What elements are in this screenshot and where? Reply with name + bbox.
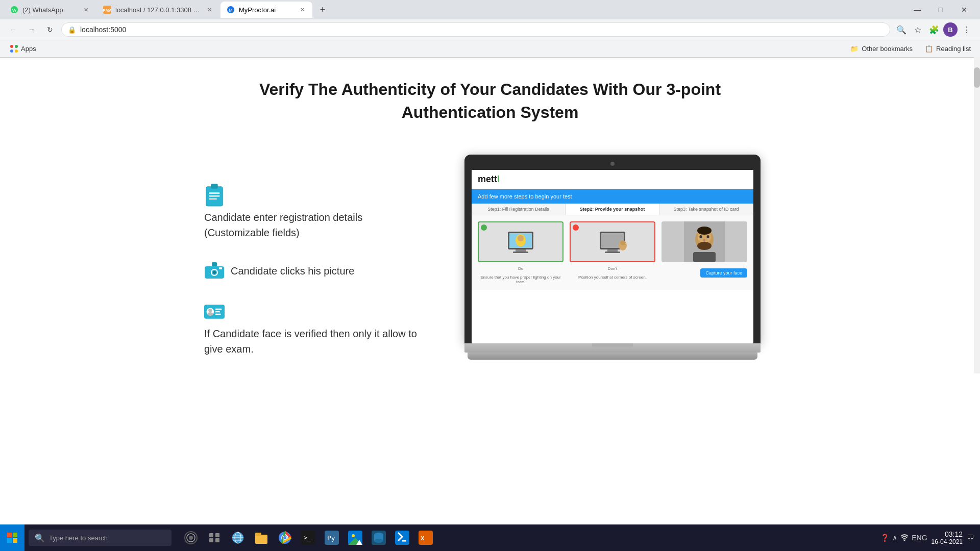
tab-localhost-close[interactable]: ✕ <box>205 6 213 14</box>
svg-rect-27 <box>513 252 528 253</box>
minimize-button[interactable]: — <box>905 0 929 19</box>
laptop-base-center <box>592 343 633 347</box>
laptop-mockup: mettl Add few more steps to begin your t… <box>449 155 776 360</box>
bookmarks-right: 📁 Other bookmarks 📋 Reading list <box>847 43 974 54</box>
whatsapp-icon: W <box>10 6 18 14</box>
menu-button[interactable]: ⋮ <box>960 22 974 37</box>
svg-rect-26 <box>516 249 526 252</box>
reload-button[interactable]: ↻ <box>43 22 57 37</box>
tab-whatsapp-close[interactable]: ✕ <box>82 6 90 14</box>
myproctor-icon: M <box>227 6 235 14</box>
mettl-body: Do Ensure that you have proper lighting … <box>472 215 753 290</box>
search-icon-button[interactable]: 🔍 <box>894 22 909 37</box>
laptop-foot <box>468 353 757 360</box>
svg-point-29 <box>518 235 524 241</box>
svg-rect-22 <box>215 311 220 312</box>
svg-rect-23 <box>215 313 221 314</box>
svg-point-42 <box>707 235 709 238</box>
svg-rect-8 <box>209 192 220 193</box>
apps-label: Apps <box>21 45 36 53</box>
svg-point-39 <box>697 242 712 250</box>
bookmark-icon-button[interactable]: ☆ <box>911 22 925 37</box>
laptop-base <box>464 343 761 353</box>
camera-icon <box>204 261 225 281</box>
pma-icon: PMA <box>103 6 111 14</box>
feature-picture: Candidate clicks his picture <box>204 261 419 281</box>
browser-chrome: W (2) WhatsApp ✕ PMA localhost / 127.0.0… <box>0 0 980 58</box>
bad-indicator <box>573 224 579 231</box>
tab-myproctor-label: MyProctor.ai <box>239 6 294 14</box>
mettl-bad-tip: Position yourself at corners of screen. <box>578 275 647 280</box>
tab-localhost-label: localhost / 127.0.0.1:3308 / quiz... <box>115 6 201 14</box>
svg-point-35 <box>620 240 625 245</box>
extensions-icon-button[interactable]: 🧩 <box>927 22 941 37</box>
profile-button[interactable]: B <box>943 22 958 37</box>
window-controls: — □ ✕ <box>905 0 976 19</box>
toolbar-right: 🔍 ☆ 🧩 B ⋮ <box>894 22 974 37</box>
svg-rect-12 <box>212 262 217 266</box>
url-text: localhost:5000 <box>80 26 884 34</box>
other-bookmarks-label: Other bookmarks <box>862 45 913 53</box>
apps-button[interactable]: Apps <box>6 43 40 55</box>
reading-list-icon: 📋 <box>925 45 933 53</box>
svg-point-19 <box>208 308 212 312</box>
tab-myproctor-close[interactable]: ✕ <box>298 6 306 14</box>
url-bar[interactable]: 🔒 localhost:5000 <box>61 22 890 37</box>
svg-rect-44 <box>693 252 716 262</box>
other-bookmarks[interactable]: 📁 Other bookmarks <box>847 43 916 54</box>
svg-point-43 <box>703 239 705 242</box>
laptop-outer: mettl Add few more steps to begin your t… <box>464 155 761 360</box>
laptop-screen: mettl Add few more steps to begin your t… <box>472 170 753 343</box>
mettl-bad-label: Don't <box>608 266 617 271</box>
svg-point-41 <box>700 235 702 238</box>
back-button[interactable]: ← <box>6 22 20 37</box>
vertical-scrollbar[interactable] <box>974 57 980 373</box>
apps-grid-icon <box>10 45 18 53</box>
svg-rect-32 <box>607 249 618 252</box>
tab-localhost[interactable]: PMA localhost / 127.0.0.1:3308 / quiz...… <box>97 2 219 18</box>
mettl-good-tip: Ensure that you have proper lighting on … <box>478 275 564 284</box>
svg-text:PMA: PMA <box>103 8 111 13</box>
features-section: Candidate enter registration details(Cus… <box>204 155 776 360</box>
svg-rect-21 <box>215 308 222 310</box>
laptop-bezel: mettl Add few more steps to begin your t… <box>464 155 761 343</box>
mettl-progress-bar: Add few more steps to begin your test <box>472 189 753 204</box>
feature-picture-row: Candidate clicks his picture <box>204 261 419 281</box>
tab-whatsapp[interactable]: W (2) WhatsApp ✕ <box>4 2 96 18</box>
capture-face-button[interactable]: Capture your face <box>700 268 747 278</box>
tab-myproctor[interactable]: M MyProctor.ai ✕ <box>220 2 312 18</box>
bookmarks-bar: Apps 📁 Other bookmarks 📋 Reading list <box>0 40 980 57</box>
tab-whatsapp-label: (2) WhatsApp <box>22 6 78 14</box>
svg-rect-7 <box>211 184 217 189</box>
page-title: Verify The Authenticity of Your Candidat… <box>204 78 776 124</box>
id-card-icon <box>204 302 225 322</box>
page-content: Verify The Authenticity of Your Candidat… <box>0 58 980 380</box>
mettl-bad-preview <box>570 221 655 262</box>
clipboard-icon <box>204 185 225 206</box>
mettl-step-1: Step1: Fill Registration Details <box>472 204 566 215</box>
forward-button[interactable]: → <box>24 22 39 37</box>
svg-rect-9 <box>209 195 220 196</box>
mettl-face-card: Capture your face <box>662 221 747 284</box>
lock-icon: 🔒 <box>68 26 76 34</box>
folder-icon: 📁 <box>850 45 859 53</box>
mettl-progress-text: Add few more steps to begin your test <box>478 193 572 199</box>
scrollbar-thumb[interactable] <box>974 67 980 88</box>
svg-text:M: M <box>229 8 233 13</box>
reading-list-label: Reading list <box>936 45 971 53</box>
feature-registration: Candidate enter registration details(Cus… <box>204 185 419 240</box>
reading-list[interactable]: 📋 Reading list <box>922 43 974 54</box>
mettl-logo: mettl <box>478 174 500 185</box>
feature-picture-text: Candidate clicks his picture <box>231 263 354 279</box>
mettl-step-2: Step2: Provide your snapshot <box>566 204 659 215</box>
tab-bar: W (2) WhatsApp ✕ PMA localhost / 127.0.0… <box>0 0 980 19</box>
maximize-button[interactable]: □ <box>929 0 952 19</box>
new-tab-button[interactable]: + <box>315 3 330 17</box>
svg-rect-10 <box>209 198 217 199</box>
svg-text:W: W <box>12 8 17 13</box>
close-button[interactable]: ✕ <box>952 0 976 19</box>
feature-registration-text: Candidate enter registration details(Cus… <box>204 210 419 240</box>
svg-point-40 <box>697 227 712 235</box>
mettl-header: mettl <box>472 170 753 189</box>
feature-verification: If Candidate face is verified then only … <box>204 302 419 357</box>
